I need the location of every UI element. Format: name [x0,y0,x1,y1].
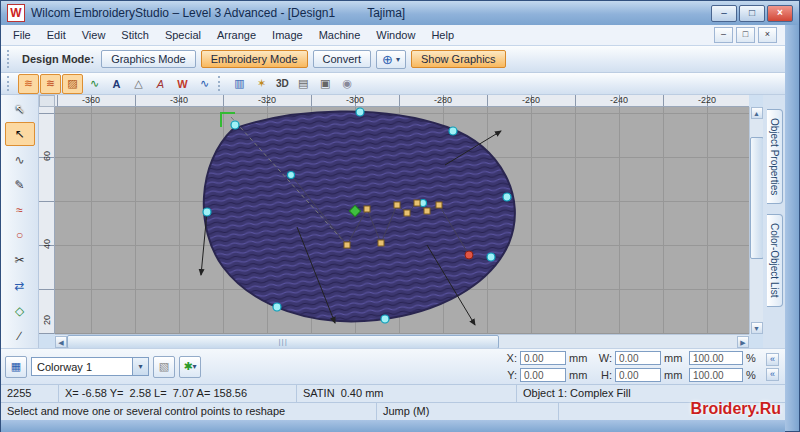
freehand-open-tool[interactable]: ≈ [5,198,35,222]
menu-edit[interactable]: Edit [39,27,74,43]
embroidery-mode-button[interactable]: Embroidery Mode [201,50,308,68]
transform-panel: X: mm W: mm % Y: mm H: mm % [501,350,760,383]
end-node[interactable] [465,251,473,259]
scale-x-input[interactable] [689,351,743,365]
vertical-scrollbar[interactable]: ▲ ▼ [749,107,763,334]
minimize-button[interactable]: – [711,5,737,22]
dock-collapse-buttons: « « [766,353,779,381]
embroidery-object[interactable] [204,111,515,321]
mirror-merge-tool[interactable]: ⇄ [5,273,35,297]
tab-color-object-list[interactable]: Color-Object List [767,214,783,306]
mirror-icon: ⇄ [14,279,24,293]
color-wheel-button[interactable]: ✱ ▾ [179,356,201,378]
scale-x-unit: % [746,352,760,364]
menu-stitch[interactable]: Stitch [113,27,157,43]
vertical-scroll-thumb[interactable] [750,137,764,259]
knife-tool[interactable]: ✂ [5,248,35,272]
flower-icon: ✱ [183,360,192,373]
wave-fill-icon[interactable]: ∿ [194,74,215,94]
scale-y-input[interactable] [689,368,743,382]
menu-image[interactable]: Image [264,27,311,43]
scroll-down-icon[interactable]: ▼ [751,322,763,334]
toolbar-grip[interactable] [7,76,13,91]
menu-special[interactable]: Special [157,27,209,43]
ruler-label: 20 [42,313,52,327]
ruler-label: -280 [434,95,452,105]
x-input[interactable] [520,351,566,365]
design-mode-label: Design Mode: [22,53,94,65]
sequin-icon[interactable]: ◉ [337,74,358,94]
w-input[interactable] [615,351,661,365]
reshape-arrow-icon: ↖ [14,127,24,141]
window-title: Wilcom EmbroideryStudio – Level 3 Advanc… [31,6,335,20]
titlebar[interactable]: W Wilcom EmbroideryStudio – Level 3 Adva… [1,1,799,25]
stitch-edit-tool[interactable]: ◇ [5,299,35,323]
tatami-fill-icon[interactable]: ▨ [62,74,83,94]
monogram-icon[interactable]: △ [128,74,149,94]
menu-help[interactable]: Help [423,27,462,43]
satin-stitch-icon[interactable]: ≋ [40,74,61,94]
design-canvas-graphic [55,107,749,334]
dock-tabstrip: Object Properties Color-Object List [763,95,787,348]
y-input[interactable] [520,368,566,382]
hoop-globe-button[interactable]: ⊕ ▾ [376,50,406,69]
toolbar-grip[interactable] [7,50,13,68]
close-button[interactable]: × [767,5,793,22]
horizontal-scrollbar[interactable]: ◀ ||| ▶ [55,334,749,348]
colorway-select[interactable]: Colorway 1 ▾ [31,357,149,376]
star-fill-icon[interactable]: ✶ [251,74,272,94]
select-tool[interactable]: ↖ [5,97,35,121]
applique-icon[interactable]: ▣ [315,74,336,94]
closed-shape-icon: ○ [16,228,23,242]
collapse-icon[interactable]: « [766,353,779,366]
menu-machine[interactable]: Machine [311,27,369,43]
design-canvas[interactable] [55,107,749,334]
edit-colorway-icon[interactable]: ▧ [153,356,175,378]
ruler-corner [39,95,55,107]
graphics-mode-button[interactable]: Graphics Mode [101,50,196,68]
tab-object-properties[interactable]: Object Properties [767,109,783,204]
maximize-button[interactable]: □ [739,5,765,22]
column-stitch-icon[interactable]: ▥ [229,74,250,94]
digitize-tool[interactable]: ✎ [5,173,35,197]
scroll-left-icon[interactable]: ◀ [55,336,67,348]
closed-object-tool[interactable]: ○ [5,223,35,247]
scroll-up-icon[interactable]: ▲ [751,107,763,119]
motif-run-icon[interactable]: ∿ [84,74,105,94]
palette-icon[interactable]: ▦ [5,356,27,378]
vertical-ruler: 60 40 20 [39,107,55,334]
mdi-window-controls: – □ × [714,27,777,43]
menu-file[interactable]: File [5,27,39,43]
menu-window[interactable]: Window [368,27,423,43]
lettering-icon[interactable]: A [106,74,127,94]
h-input[interactable] [615,368,661,382]
show-graphics-button[interactable]: Show Graphics [411,50,506,68]
measure-tool[interactable]: ∕ [5,324,35,348]
convert-button[interactable]: Convert [313,50,372,68]
kiosk-lettering-icon[interactable]: A [150,74,171,94]
horizontal-scroll-thumb[interactable]: ||| [67,335,499,349]
run-stitch-icon[interactable]: ≋ [18,74,39,94]
smooth-curves-tool[interactable]: ∿ [5,147,35,171]
scale-y-unit: % [746,369,760,381]
ruler-label: -240 [610,95,628,105]
window-frame-right [785,25,799,431]
menu-arrange[interactable]: Arrange [209,27,264,43]
hint-text: Select and move one or several control p… [1,403,377,420]
menu-view[interactable]: View [74,27,114,43]
smooth-icon: ∿ [14,153,24,167]
toolbar-grip[interactable] [218,76,224,91]
mdi-restore-button[interactable]: □ [736,27,755,43]
pen-icon: ✎ [14,178,24,192]
freehand-embroidery-icon[interactable]: W [172,74,193,94]
stitch-toolbar: ≋ ≋ ▨ ∿ A △ A W ∿ ▥ ✶ 3D ▤ ▣ ◉ [1,73,785,95]
scroll-right-icon[interactable]: ▶ [737,336,749,348]
ruler-label: -340 [170,95,188,105]
threed-effects-button[interactable]: 3D [273,78,292,89]
stitch-type-info: SATIN 0.40 mm [297,385,517,402]
collapse-icon[interactable]: « [766,368,779,381]
mdi-minimize-button[interactable]: – [714,27,733,43]
trapunto-icon[interactable]: ▤ [293,74,314,94]
mdi-close-button[interactable]: × [758,27,777,43]
reshape-tool[interactable]: ↖ [5,122,35,146]
